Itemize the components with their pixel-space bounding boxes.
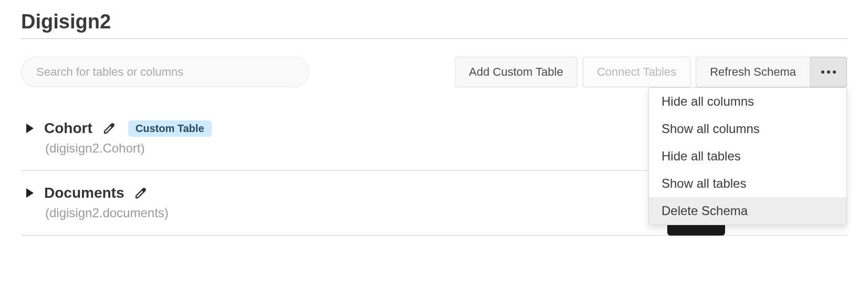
search-input[interactable] xyxy=(21,57,309,87)
menu-item-hide-all-columns[interactable]: Hide all columns xyxy=(649,88,846,115)
menu-item-hide-all-tables[interactable]: Hide all tables xyxy=(649,143,846,170)
add-custom-table-button[interactable]: Add Custom Table xyxy=(455,57,577,87)
ellipsis-icon xyxy=(821,70,836,74)
edit-icon[interactable] xyxy=(103,122,116,135)
obscured-element xyxy=(667,224,725,236)
menu-item-show-all-columns[interactable]: Show all columns xyxy=(649,115,846,143)
connect-tables-button[interactable]: Connect Tables xyxy=(583,57,690,87)
menu-item-delete-schema[interactable]: Delete Schema xyxy=(649,197,846,225)
table-name: Cohort xyxy=(44,120,92,137)
search-wrap xyxy=(21,57,309,87)
page-title: Digisign2 xyxy=(21,11,847,39)
schema-button-group: Refresh Schema xyxy=(696,57,847,87)
toolbar: Add Custom Table Connect Tables Refresh … xyxy=(21,57,847,87)
table-name: Documents xyxy=(44,185,124,201)
more-actions-button[interactable] xyxy=(810,57,847,87)
more-actions-dropdown: Hide all columns Show all columns Hide a… xyxy=(648,87,847,225)
menu-item-show-all-tables[interactable]: Show all tables xyxy=(649,170,846,197)
custom-table-badge: Custom Table xyxy=(128,120,212,137)
refresh-schema-button[interactable]: Refresh Schema xyxy=(696,57,810,87)
expand-caret-icon[interactable] xyxy=(26,188,34,198)
expand-caret-icon[interactable] xyxy=(26,124,34,133)
edit-icon[interactable] xyxy=(135,187,147,199)
